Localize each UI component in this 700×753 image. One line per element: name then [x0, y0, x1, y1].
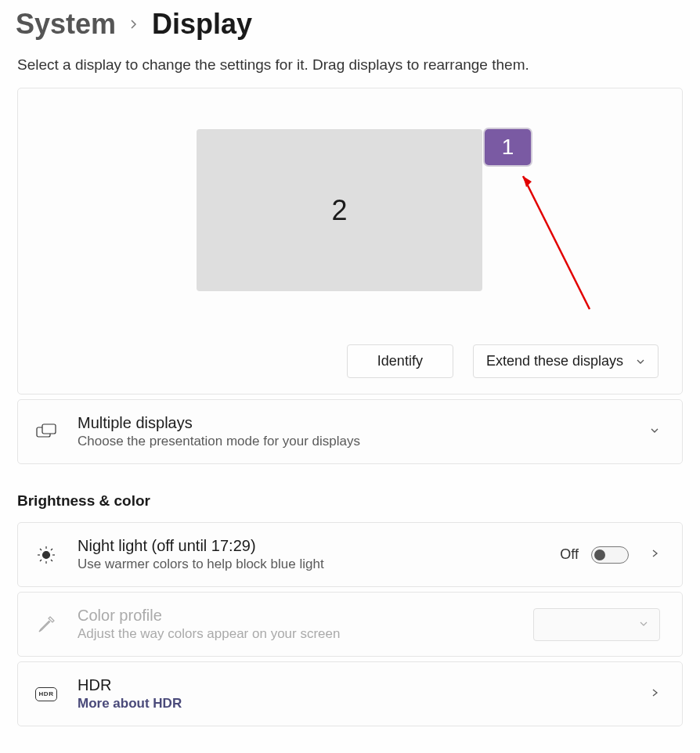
sun-icon: [35, 544, 57, 566]
night-light-toggle[interactable]: [591, 546, 629, 564]
hdr-icon: HDR: [35, 683, 57, 705]
display-mode-select[interactable]: Extend these displays: [473, 344, 659, 378]
svg-line-11: [40, 560, 41, 561]
svg-line-12: [51, 549, 52, 550]
chevron-right-icon: [649, 548, 660, 562]
svg-line-9: [40, 549, 41, 550]
color-profile-title: Color profile: [78, 607, 513, 625]
night-light-toggle-label: Off: [560, 546, 579, 563]
night-light-row[interactable]: Night light (off until 17:29) Use warmer…: [17, 522, 683, 587]
night-light-title: Night light (off until 17:29): [78, 537, 539, 555]
hdr-row[interactable]: HDR HDR More about HDR: [17, 661, 683, 726]
display-arrangement-card: 2 1 Identify Extend these displays: [17, 88, 683, 395]
svg-rect-3: [42, 424, 56, 434]
page-title: Display: [152, 8, 252, 41]
eyedropper-icon: [35, 614, 57, 636]
night-light-subtitle: Use warmer colors to help block blue lig…: [78, 557, 539, 572]
section-brightness-color: Brightness & color: [0, 469, 700, 522]
annotation-arrow: [515, 168, 609, 325]
multiple-displays-icon: [35, 421, 57, 443]
svg-point-4: [43, 551, 50, 558]
breadcrumb-parent[interactable]: System: [16, 8, 116, 41]
chevron-down-icon: [636, 357, 645, 366]
svg-line-0: [523, 176, 590, 309]
display-monitor-2[interactable]: 2: [197, 129, 482, 291]
breadcrumb: System Display: [0, 0, 700, 56]
multiple-displays-title: Multiple displays: [78, 414, 629, 432]
multiple-displays-subtitle: Choose the presentation mode for your di…: [78, 434, 629, 449]
color-profile-subtitle: Adjust the way colors appear on your scr…: [78, 626, 513, 642]
page-subtitle: Select a display to change the settings …: [0, 56, 700, 88]
chevron-down-icon: [639, 618, 648, 632]
chevron-down-icon: [649, 425, 660, 439]
display-arrangement-area[interactable]: 2 1: [34, 129, 666, 340]
multiple-displays-row[interactable]: Multiple displays Choose the presentatio…: [17, 399, 683, 464]
hdr-more-link[interactable]: More about HDR: [78, 696, 621, 712]
display-monitor-1[interactable]: 1: [485, 129, 531, 165]
chevron-right-icon: [649, 687, 660, 701]
color-profile-select[interactable]: [533, 608, 660, 641]
svg-marker-1: [523, 176, 532, 187]
identify-button[interactable]: Identify: [347, 344, 453, 378]
hdr-title: HDR: [78, 676, 621, 694]
color-profile-row: Color profile Adjust the way colors appe…: [17, 592, 683, 657]
chevron-right-icon: [128, 16, 139, 34]
display-mode-select-label: Extend these displays: [486, 353, 623, 369]
svg-line-10: [51, 560, 52, 561]
